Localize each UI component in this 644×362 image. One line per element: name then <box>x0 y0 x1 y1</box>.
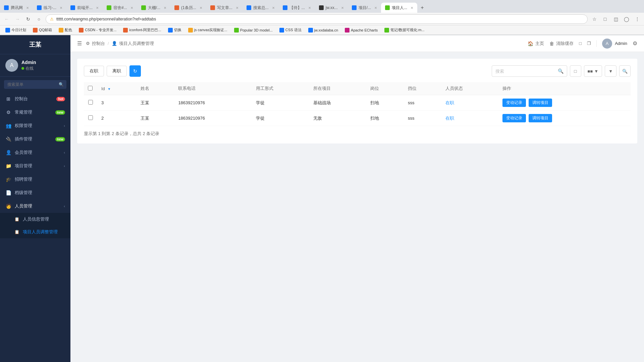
menu-icon: 📁 <box>5 163 11 169</box>
status-link[interactable]: 在职 <box>445 100 454 105</box>
sidebar-menu-item[interactable]: 🎓 招聘管理 <box>0 173 70 186</box>
home-link[interactable]: 🏠 主页 <box>528 41 544 47</box>
sidebar-menu-item[interactable]: 👥 权限管理 ‹ <box>0 119 70 132</box>
filter-icon: ▼ <box>608 69 613 74</box>
menu-item-label: 招聘管理 <box>15 176 65 182</box>
bookmark-star[interactable]: ☆ <box>590 15 598 23</box>
sidebar-menu-item[interactable]: 📄 档级管理 <box>0 186 70 199</box>
top-settings-icon[interactable]: ⚙ <box>633 40 637 47</box>
content-area: 在职 离职 ↻ 🔍 □ ■■ ▼ <box>70 52 644 362</box>
browser-tab[interactable]: 搜索总...✕ <box>243 3 279 13</box>
action-transfer-project[interactable]: 调转项目 <box>529 99 552 107</box>
sidebar-search-input[interactable] <box>4 80 66 89</box>
cell-actions: 变动记录 调转项目 <box>498 111 631 126</box>
row-checkbox[interactable] <box>88 100 93 105</box>
cell-name: 王某 <box>137 111 174 126</box>
browser-tab[interactable]: 写文章...✕ <box>206 3 243 13</box>
bookmark-item[interactable]: QQ邮箱 <box>30 27 55 33</box>
search-icon: 🔍 <box>558 68 564 74</box>
breadcrumb-current-label: 项目人员调整管理 <box>119 41 154 47</box>
sidebar-status: 在线 <box>21 66 65 71</box>
column-toggle-button[interactable]: ■■ ▼ <box>584 65 602 77</box>
sidebar-menu-item[interactable]: 🔌 插件管理 new <box>0 132 70 146</box>
split-screen[interactable]: ◫ <box>612 15 620 23</box>
home-button[interactable]: ○ <box>35 15 43 23</box>
sub-menu: 📋 人员信息管理 📋 项目人员调整管理 <box>0 213 70 238</box>
avatar-letter: A <box>10 62 14 68</box>
search-button[interactable]: 🔍 <box>619 65 631 77</box>
table-body: 3 王某 18639210976 学徒 基础战场 扫地 sss 在职 变动记录 … <box>84 95 631 126</box>
bookmark-item[interactable]: iconfont-阿里巴巴... <box>120 27 164 33</box>
browser-tab[interactable]: 宿舍#...✕ <box>103 3 137 13</box>
bookmark-item[interactable]: jw.xxdalaba.cn <box>306 27 341 33</box>
browser-tab[interactable]: (1条历...✕ <box>170 3 206 13</box>
action-change-record[interactable]: 变动记录 <box>502 99 526 107</box>
more-menu[interactable]: ⋮ <box>633 15 641 23</box>
bookmark-item[interactable]: 配色 <box>56 27 75 33</box>
menu-badge: hot <box>56 97 65 101</box>
bookmark-item[interactable]: CSDN - 专业开发... <box>76 27 119 33</box>
sidebar-menu-item[interactable]: 👤 会员管理 ‹ <box>0 146 70 159</box>
sidebar-username: Admin <box>21 60 65 65</box>
sidebar-avatar: A <box>5 59 18 72</box>
browser-tab[interactable]: 前端开...✕ <box>66 3 103 13</box>
browser-tab[interactable]: 项目人...✕ <box>381 3 417 13</box>
sidebar-menu-item[interactable]: 📁 项目管理 ‹ <box>0 159 70 173</box>
action-change-record[interactable]: 变动记录 <box>502 114 526 122</box>
list-view-toggle[interactable]: □ <box>570 65 581 77</box>
browser-tab[interactable]: 练习-...✕ <box>33 3 66 13</box>
row-checkbox[interactable] <box>88 115 93 120</box>
menu-icon: 👥 <box>5 123 11 128</box>
expand-button[interactable]: ❐ <box>587 41 591 46</box>
filter-button[interactable]: ▼ <box>605 65 616 77</box>
status-link[interactable]: 在职 <box>445 116 454 121</box>
menu-icon: 🧑 <box>5 203 11 209</box>
hamburger-button[interactable]: ☰ <box>77 40 82 47</box>
bookmark-item[interactable]: 切换 <box>165 27 184 33</box>
cell-project: 基础战场 <box>309 95 366 111</box>
select-all-checkbox[interactable] <box>88 86 93 90</box>
browser-tab[interactable]: 腾讯网✕ <box>0 3 33 13</box>
browser-tab[interactable]: 大棚/...✕ <box>137 3 170 13</box>
screen-capture[interactable]: □ <box>601 15 609 23</box>
browser-tab[interactable]: 【待】...✕ <box>279 3 315 13</box>
cell-id: 2 <box>97 111 137 126</box>
copy-button[interactable]: □ <box>579 41 582 46</box>
bookmark-item[interactable]: 今日计划 <box>3 27 29 33</box>
sub-menu-item[interactable]: 📋 人员信息管理 <box>0 213 70 226</box>
bookmark-item[interactable]: Popular 3D model... <box>231 27 275 33</box>
bookmark-item[interactable]: CSS 语法 <box>277 27 304 33</box>
address-bar[interactable]: ⚠ tttttt.com/wangmo.php/personnel/altera… <box>46 14 588 24</box>
sidebar-menu-item[interactable]: 🧑 人员管理 ‹ <box>0 199 70 213</box>
back-button[interactable]: ← <box>3 15 11 23</box>
cell-phone: 18639210976 <box>174 111 252 126</box>
resign-staff-button[interactable]: 离职 <box>107 66 127 76</box>
bookmark-item[interactable]: js canvas实现验证... <box>185 27 230 33</box>
menu-arrow-icon: ‹ <box>64 164 65 168</box>
header-status: 人员状态 <box>441 82 498 95</box>
new-tab-button[interactable]: + <box>417 3 427 13</box>
sub-menu-item[interactable]: 📋 项目人员调整管理 <box>0 226 70 238</box>
bookmark-item[interactable]: Apache ECharts <box>342 27 380 33</box>
forward-button[interactable]: → <box>13 15 21 23</box>
browser-tab[interactable]: jw.xx...✕ <box>315 3 348 13</box>
top-user[interactable]: A Admin <box>602 39 627 49</box>
browser-tab[interactable]: 项目/...✕ <box>348 3 381 13</box>
bookmark-item[interactable]: 笔记/数据可视化:m... <box>382 27 427 33</box>
clear-cache-button[interactable]: 🗑 清除缓存 <box>549 41 574 47</box>
sidebar-menu-item[interactable]: ⚙ 常规管理 new <box>0 106 70 119</box>
page-icon: 👤 <box>112 41 117 46</box>
grid-icon: ■■ <box>588 69 593 74</box>
profile-button[interactable]: ◯ <box>623 15 631 23</box>
active-staff-button[interactable]: 在职 <box>84 66 104 76</box>
search-input[interactable] <box>495 69 556 74</box>
cell-id: 3 <box>97 95 137 111</box>
header-employment: 用工形式 <box>252 82 309 95</box>
action-transfer-project[interactable]: 调转项目 <box>529 114 552 122</box>
sidebar-menu-item[interactable]: ⊞ 控制台 hot <box>0 92 70 106</box>
menu-icon: ⚙ <box>5 110 11 115</box>
sidebar-logo: 王某 <box>0 35 70 54</box>
refresh-button-toolbar[interactable]: ↻ <box>129 65 141 77</box>
refresh-button[interactable]: ↻ <box>24 15 32 23</box>
menu-item-label: 人员管理 <box>15 203 60 209</box>
